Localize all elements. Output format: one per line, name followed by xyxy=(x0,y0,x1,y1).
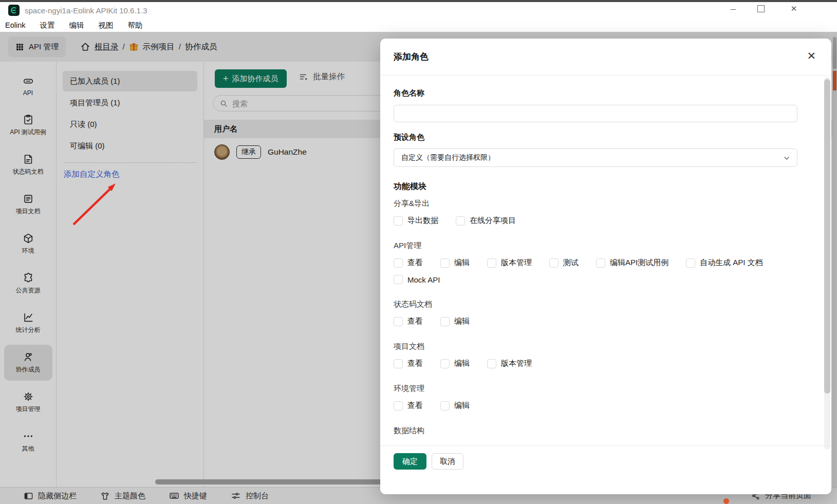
chevron-down-icon xyxy=(783,154,791,162)
menu-settings[interactable]: 设置 xyxy=(39,20,56,31)
permission-option[interactable]: 版本管理 xyxy=(487,359,532,368)
permission-option[interactable]: 查看 xyxy=(394,316,423,326)
app-logo-icon xyxy=(8,5,20,16)
checkbox[interactable] xyxy=(440,359,450,368)
permission-option[interactable]: 查看 xyxy=(394,401,423,410)
permission-section-environment: 环境管理 查看 编辑 xyxy=(394,384,797,410)
permission-option[interactable]: 编辑API测试用例 xyxy=(596,258,668,268)
checkbox[interactable] xyxy=(456,216,465,226)
checkbox[interactable] xyxy=(487,359,496,368)
checkbox[interactable] xyxy=(394,401,403,410)
cancel-button[interactable]: 取消 xyxy=(432,453,463,470)
permission-option[interactable]: 在线分享项目 xyxy=(456,216,516,226)
checkbox[interactable] xyxy=(686,258,695,268)
window-title: space-ngyi1a-Eolink APIKit 10.6.1.3 xyxy=(25,6,147,15)
permission-section-api-management: API管理 查看 编辑 版本管理 测试 编辑API测试用例 自动生成 API 文… xyxy=(394,241,797,284)
checkbox[interactable] xyxy=(549,258,559,268)
checkbox[interactable] xyxy=(394,216,403,226)
confirm-button[interactable]: 确定 xyxy=(394,453,426,470)
preset-role-value: 自定义（需要自行选择权限） xyxy=(401,153,495,162)
dialog-header: 添加角色 ✕ xyxy=(380,39,831,76)
menu-view[interactable]: 视图 xyxy=(98,20,115,31)
permission-option[interactable]: 编辑 xyxy=(440,359,470,368)
permission-section-project-doc: 项目文档 查看 编辑 版本管理 xyxy=(394,342,797,368)
annotation-arrow xyxy=(64,177,126,229)
checkbox[interactable] xyxy=(487,258,496,268)
permission-option[interactable]: 版本管理 xyxy=(487,258,532,268)
permission-option[interactable]: 编辑 xyxy=(440,316,470,326)
titlebar: space-ngyi1a-Eolink APIKit 10.6.1.3 xyxy=(0,2,837,18)
checkbox[interactable] xyxy=(394,317,403,326)
checkbox[interactable] xyxy=(440,317,450,326)
dialog-footer: 确定 取消 xyxy=(380,445,831,494)
permission-section-status-code-doc: 状态码文档 查看 编辑 xyxy=(394,300,797,326)
add-role-dialog: 添加角色 ✕ 角色名称 预设角色 自定义（需要自行选择权限） 功能模块 分享&导… xyxy=(380,39,831,494)
preset-role-select[interactable]: 自定义（需要自行选择权限） xyxy=(394,148,797,167)
maximize-button[interactable] xyxy=(749,1,773,16)
menubar: Eolink 设置 编辑 视图 帮助 xyxy=(0,18,837,32)
dialog-close-icon[interactable]: ✕ xyxy=(807,50,816,62)
modules-title: 功能模块 xyxy=(394,181,797,192)
menu-edit[interactable]: 编辑 xyxy=(68,20,85,31)
menu-help[interactable]: 帮助 xyxy=(127,20,144,31)
permission-option[interactable]: Mock API xyxy=(394,275,440,284)
permission-option[interactable]: 编辑 xyxy=(440,258,470,268)
checkbox[interactable] xyxy=(394,359,403,368)
menu-eolink[interactable]: Eolink xyxy=(4,20,27,30)
permission-option[interactable]: 查看 xyxy=(394,258,423,268)
checkbox[interactable] xyxy=(394,275,403,284)
notification-dot xyxy=(723,498,729,504)
maximize-icon xyxy=(757,5,765,12)
role-name-input[interactable] xyxy=(394,105,797,122)
permission-option[interactable]: 测试 xyxy=(549,258,579,268)
checkbox[interactable] xyxy=(440,258,450,268)
permission-option[interactable]: 导出数据 xyxy=(394,216,438,226)
permission-section-data-structure: 数据结构 xyxy=(394,426,797,436)
minimize-button[interactable]: ─ xyxy=(721,1,745,16)
preset-role-label: 预设角色 xyxy=(394,133,797,142)
permission-option[interactable]: 自动生成 API 文档 xyxy=(686,258,763,268)
permission-option[interactable]: 编辑 xyxy=(440,401,470,410)
dialog-title: 添加角色 xyxy=(394,51,429,63)
dialog-scrollbar-track[interactable] xyxy=(824,77,830,450)
permission-section-share-export: 分享&导出 导出数据 在线分享项目 xyxy=(394,199,797,226)
app-window: space-ngyi1a-Eolink APIKit 10.6.1.3 ─ ✕ … xyxy=(0,0,837,504)
checkbox[interactable] xyxy=(596,258,605,268)
dialog-scrollbar-thumb[interactable] xyxy=(824,79,830,394)
close-window-button[interactable]: ✕ xyxy=(782,1,806,16)
checkbox[interactable] xyxy=(440,401,450,410)
dialog-body: 角色名称 预设角色 自定义（需要自行选择权限） 功能模块 分享&导出 导出数据 … xyxy=(380,75,831,445)
role-name-label: 角色名称 xyxy=(394,88,797,98)
checkbox[interactable] xyxy=(394,258,403,268)
permission-option[interactable]: 查看 xyxy=(394,359,423,368)
